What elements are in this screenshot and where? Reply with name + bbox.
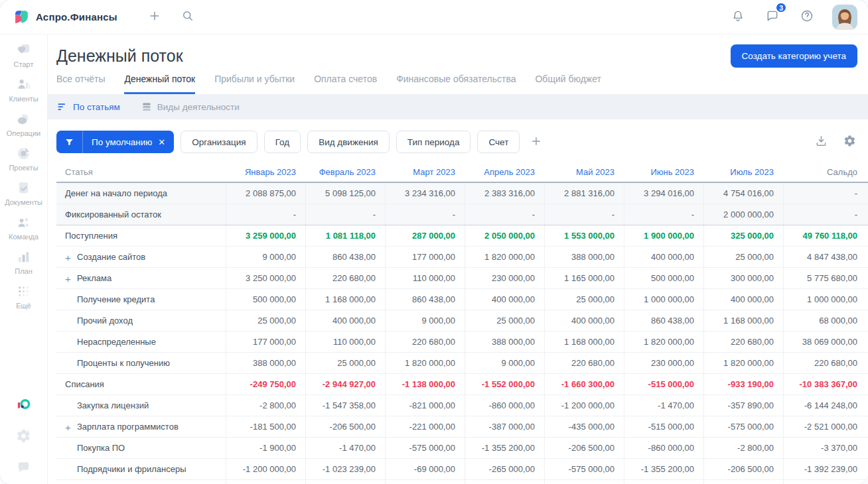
aspro-logo-icon[interactable] xyxy=(16,397,31,412)
sidebar-item-label: Операции xyxy=(7,129,40,137)
month-value: -575 000,00 xyxy=(544,459,624,479)
filter-chip-0[interactable]: Организация xyxy=(181,131,257,153)
sidebar-item-projects[interactable]: Проекты xyxy=(5,146,42,172)
expand-icon[interactable]: + xyxy=(65,422,71,432)
column-header-month-4[interactable]: Май 2023 xyxy=(544,162,624,182)
month-value: -1 355 200,00 xyxy=(624,459,703,479)
column-header-month-3[interactable]: Апрель 2023 xyxy=(465,162,544,182)
sidebar-item-more[interactable]: Ещё xyxy=(5,284,42,310)
table-row: +Зарплата программистов-2 800,00-1 547 3… xyxy=(56,480,868,484)
quick-add-button[interactable] xyxy=(145,7,164,27)
month-value: -206 500,00 xyxy=(544,438,624,458)
month-value: 1 081 118,00 xyxy=(305,225,385,246)
month-value: -860 000,00 xyxy=(465,395,544,416)
row-label[interactable]: Получение кредита xyxy=(56,289,226,310)
row-label[interactable]: Подрядчики и фрилансеры xyxy=(56,459,226,479)
column-header-month-2[interactable]: Март 2023 xyxy=(385,162,465,182)
row-label-text: Подрядчики и фрилансеры xyxy=(77,464,186,474)
month-value: 3 234 316,00 xyxy=(385,183,465,204)
month-value: 9 000,00 xyxy=(385,310,465,331)
sidebar-item-team[interactable]: Команда xyxy=(5,215,42,241)
month-value: -1 660 300,00 xyxy=(544,374,624,394)
row-label-text: Проценты к получению xyxy=(77,358,170,368)
sidebar-item-clients[interactable]: Клиенты xyxy=(5,77,42,103)
month-value: 1 820 000,00 xyxy=(703,353,783,373)
row-label-text: Реклама xyxy=(77,273,111,283)
month-value: -435 000,00 xyxy=(544,416,624,437)
report-tab-0[interactable]: Все отчёты xyxy=(56,74,105,94)
support-chat-icon[interactable] xyxy=(16,459,31,475)
saldo-value: 1 000 000,00 xyxy=(783,289,868,310)
row-label-text: Поступления xyxy=(65,231,117,241)
filter-chip-3[interactable]: Тип периода xyxy=(396,131,471,153)
row-label[interactable]: +Зарплата программистов xyxy=(56,416,226,437)
settings-icon[interactable] xyxy=(16,428,31,444)
row-label[interactable]: Нераспределенные xyxy=(56,332,226,352)
view-bar: По статьямВиды деятельности xyxy=(48,94,868,119)
messages-button[interactable]: 3 xyxy=(763,7,782,27)
month-value: 1 168 000,00 xyxy=(305,289,385,310)
row-label[interactable]: Фиксированный остаток xyxy=(56,204,226,225)
expand-icon[interactable]: + xyxy=(65,252,71,262)
month-value: 177 000,00 xyxy=(226,332,305,352)
sidebar-items: СтартКлиентыОперацииПроектыДокументыКома… xyxy=(5,42,42,318)
saldo-value: 49 760 118,00 xyxy=(783,225,868,246)
notifications-button[interactable] xyxy=(729,7,747,27)
report-tab-4[interactable]: Финансовые обязательства xyxy=(396,74,516,94)
expand-icon[interactable]: + xyxy=(65,273,71,283)
row-label[interactable]: Денег на начало периода xyxy=(56,183,226,204)
search-button[interactable] xyxy=(179,7,197,27)
row-label[interactable]: +Создание сайтов xyxy=(56,247,226,267)
sidebar-item-start[interactable]: Старт xyxy=(5,42,42,68)
column-header-month-0[interactable]: Январь 2023 xyxy=(226,162,305,182)
report-tab-2[interactable]: Прибыли и убытки xyxy=(214,74,295,94)
month-value: 500 000,00 xyxy=(624,268,703,288)
filter-chip-2[interactable]: Вид движения xyxy=(307,131,390,153)
month-value: 388 000,00 xyxy=(465,332,544,352)
row-label-text: Списания xyxy=(65,379,104,389)
row-label[interactable]: Покупка ПО xyxy=(56,438,226,458)
month-value: 220 680,00 xyxy=(305,268,385,288)
row-label[interactable]: Прочий доход xyxy=(56,310,226,331)
row-label[interactable]: Закупка лицензий xyxy=(56,395,226,416)
row-label[interactable]: Списания xyxy=(56,374,226,394)
month-value: -2 944 927,00 xyxy=(305,374,385,394)
view-tab-0[interactable]: По статьям xyxy=(57,101,120,112)
main-area: Денежный поток Создать категорию учета В… xyxy=(48,34,868,484)
row-label[interactable]: +Зарплата программистов xyxy=(56,480,226,484)
view-tab-label: По статьям xyxy=(73,102,120,112)
row-label-text: Покупка ПО xyxy=(77,443,125,453)
user-avatar[interactable] xyxy=(832,5,857,30)
sidebar-item-plan[interactable]: План xyxy=(5,249,42,275)
sidebar-item-documents[interactable]: Документы xyxy=(5,180,42,206)
table-settings-button[interactable] xyxy=(842,133,857,151)
view-tab-1[interactable]: Виды деятельности xyxy=(141,101,240,112)
clear-filter-icon[interactable]: ✕ xyxy=(158,137,165,147)
report-tab-1[interactable]: Денежный поток xyxy=(124,74,195,94)
report-tab-5[interactable]: Общий бюджет xyxy=(535,74,601,94)
column-header-month-1[interactable]: Февраль 2023 xyxy=(305,162,385,182)
month-value: -1 470,00 xyxy=(305,438,385,458)
filter-chip-1[interactable]: Год xyxy=(264,131,301,153)
active-filter-pill[interactable]: По умолчанию ✕ xyxy=(56,131,174,153)
add-filter-button[interactable] xyxy=(528,133,545,152)
column-header-month-6[interactable]: Июль 2023 xyxy=(703,162,783,182)
saldo-value: 5 775 680,00 xyxy=(783,268,868,288)
month-value: -181 500,00 xyxy=(226,416,305,437)
saldo-value: -6 144 248,00 xyxy=(783,395,868,416)
filter-chip-4[interactable]: Счет xyxy=(477,131,520,153)
help-button[interactable] xyxy=(798,7,816,27)
create-category-button[interactable]: Создать категорию учета xyxy=(731,44,857,68)
month-value: -2 800,00 xyxy=(703,438,783,458)
sidebar-item-operations[interactable]: Операции xyxy=(5,111,42,137)
column-header-month-5[interactable]: Июнь 2023 xyxy=(624,162,703,182)
month-value: 177 000,00 xyxy=(385,247,465,267)
export-button[interactable] xyxy=(814,133,829,151)
row-label[interactable]: +Реклама xyxy=(56,268,226,288)
start-icon xyxy=(16,42,31,58)
row-label[interactable]: Проценты к получению xyxy=(56,353,226,373)
column-header-saldo: Сальдо xyxy=(783,162,868,182)
question-icon xyxy=(800,9,814,25)
row-label[interactable]: Поступления xyxy=(56,225,226,246)
report-tab-3[interactable]: Оплата счетов xyxy=(314,74,377,94)
